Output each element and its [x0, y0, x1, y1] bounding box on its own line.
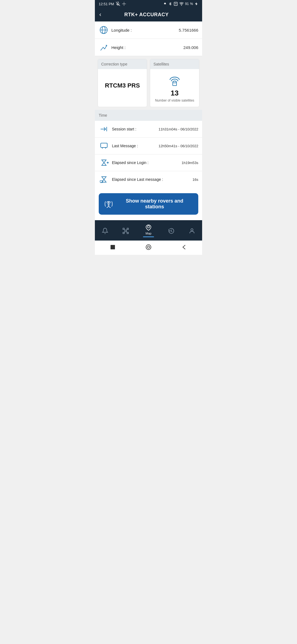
map-nav-label: Map [145, 232, 151, 235]
history-icon [168, 228, 175, 234]
svg-point-5 [181, 5, 182, 6]
bluetooth-icon [168, 2, 172, 6]
session-start-label: Session start : [112, 127, 158, 131]
message-icon [99, 142, 109, 150]
nearby-button-label: Show nearby rovers and stations [116, 198, 193, 210]
sys-back-button[interactable] [180, 243, 188, 251]
svg-rect-25 [125, 230, 127, 232]
back-nav-icon [181, 244, 187, 250]
button-section: Show nearby rovers and stations [95, 188, 202, 220]
nav-profile[interactable] [186, 227, 198, 235]
svg-rect-2 [174, 2, 177, 6]
sim-icon [174, 2, 178, 6]
elapsed-last-label: Elapsed since Last message : [112, 177, 193, 182]
svg-rect-27 [127, 228, 128, 230]
svg-rect-38 [111, 245, 115, 249]
nav-connect[interactable] [120, 227, 132, 235]
satellites-card: Satellites 13 Number of visible satellit… [150, 59, 199, 107]
correction-card-body: RTCM3 PRS [98, 69, 147, 102]
home-icon [145, 244, 152, 250]
correction-card: Correction type RTCM3 PRS [98, 59, 147, 107]
svg-rect-29 [127, 232, 128, 234]
satellites-card-header: Satellites [150, 59, 199, 69]
profile-icon [189, 228, 195, 234]
status-time: 12:51 PM [99, 2, 126, 6]
nav-history[interactable] [165, 227, 177, 235]
sys-home-button[interactable] [145, 243, 152, 251]
session-start-icon [99, 125, 109, 133]
battery-label: % [190, 2, 193, 6]
charging-icon [194, 2, 198, 6]
elapsed-login-label: Elapsed since Login : [112, 160, 182, 165]
correction-value: RTCM3 PRS [105, 82, 140, 89]
elapsed-last-value: 16s [193, 178, 198, 182]
svg-point-1 [123, 3, 125, 4]
satellites-sublabel: Number of visible satellites [155, 99, 194, 102]
height-row: Height : 249.006 [95, 39, 202, 56]
height-label: Height : [111, 45, 183, 50]
svg-point-39 [146, 245, 151, 250]
location-icon [122, 2, 126, 6]
svg-point-34 [147, 226, 150, 228]
svg-line-23 [109, 206, 111, 208]
svg-line-33 [127, 231, 127, 233]
battery-percent: 91 [185, 2, 189, 6]
height-icon [99, 43, 109, 51]
svg-line-32 [124, 231, 125, 233]
last-message-row: Last Message : 12h50m41s - 06/10/2022 [95, 138, 202, 154]
time-section-header: Time [95, 110, 202, 121]
elapsed-last-row: Elapsed since Last message : 16s [95, 171, 202, 188]
cards-row: Correction type RTCM3 PRS Satellites [95, 56, 202, 110]
longitude-value: 5.7561666 [179, 28, 198, 32]
longitude-icon [99, 26, 109, 34]
map-icon [145, 224, 152, 231]
longitude-row: Longitude : 5.7561666 [95, 21, 202, 39]
svg-line-31 [127, 229, 127, 230]
svg-rect-9 [173, 83, 177, 86]
last-message-value: 12h50m41s - 06/10/2022 [158, 144, 198, 148]
nearby-button[interactable]: Show nearby rovers and stations [99, 193, 198, 215]
elapsed-login-icon [99, 159, 109, 167]
location2-icon [163, 2, 167, 6]
svg-line-30 [124, 229, 125, 230]
svg-line-22 [107, 206, 109, 208]
system-nav [95, 241, 202, 255]
satellites-count: 13 [171, 89, 179, 97]
main-content: Longitude : 5.7561666 Height : 249.006 C… [95, 21, 202, 220]
svg-rect-26 [123, 228, 124, 230]
info-section: Longitude : 5.7561666 Height : 249.006 [95, 21, 202, 56]
nearby-icon [104, 200, 113, 208]
elapsed-login-value: 1h19m53s [182, 161, 198, 165]
correction-card-header: Correction type [98, 59, 147, 69]
mute-icon [116, 2, 120, 6]
svg-rect-28 [123, 232, 124, 234]
elapsed-message-icon [99, 176, 109, 183]
nav-alerts[interactable] [99, 227, 111, 235]
longitude-label: Longitude : [111, 28, 179, 32]
wifi-icon [179, 2, 184, 6]
svg-rect-12 [101, 143, 107, 148]
status-icons: 91 % [163, 2, 198, 6]
svg-line-36 [171, 231, 172, 232]
status-bar: 12:51 PM 91 % [95, 0, 202, 8]
sys-stop-button[interactable] [109, 243, 117, 251]
nodes-icon [122, 228, 129, 234]
nav-active-indicator [143, 236, 154, 237]
session-start-value: 11h31m04s - 06/10/2022 [158, 127, 198, 131]
bottom-nav: Map [95, 220, 202, 241]
time-section: Time Session start : 11h31m04s - 06/10/2… [95, 110, 202, 188]
bell-icon [102, 228, 108, 234]
height-value: 249.006 [183, 45, 198, 50]
satellite-icon [167, 73, 182, 87]
last-message-label: Last Message : [112, 144, 158, 148]
elapsed-login-row: Elapsed since Login : 1h19m53s [95, 154, 202, 171]
nav-map[interactable]: Map [140, 223, 157, 238]
time-display: 12:51 PM [99, 2, 114, 6]
page-title: RTK+ ACCURACY [101, 12, 192, 18]
header: ‹ RTK+ ACCURACY [95, 8, 202, 21]
stop-icon [110, 244, 116, 250]
svg-point-40 [147, 246, 150, 248]
svg-point-37 [191, 229, 193, 231]
session-start-row: Session start : 11h31m04s - 06/10/2022 [95, 121, 202, 138]
back-button[interactable]: ‹ [99, 12, 101, 18]
